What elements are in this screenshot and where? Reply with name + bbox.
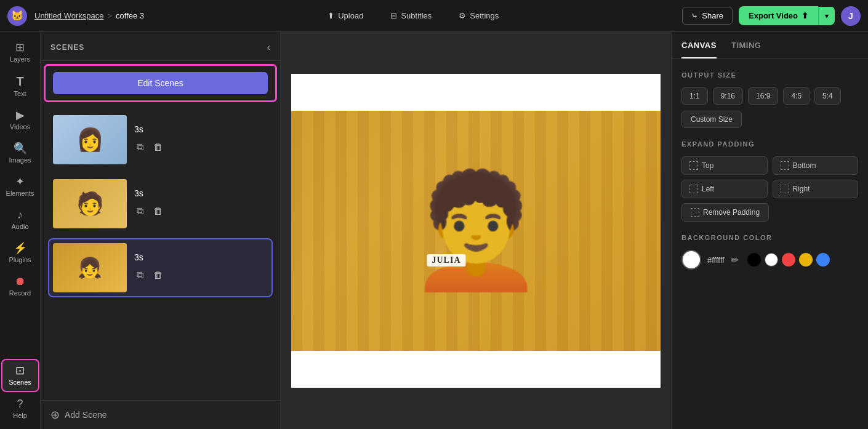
padding-right-button[interactable]: Right xyxy=(773,180,859,198)
upload-icon: ⬆ xyxy=(328,11,334,20)
scene-thumb-2: 🧑 xyxy=(53,179,127,228)
scene-info-1: 3s ⧉ 🗑 xyxy=(134,124,268,155)
videos-icon: ▶ xyxy=(16,110,25,121)
canvas-bottom-padding xyxy=(291,351,661,388)
add-scene-button[interactable]: ⊕ Add Scene xyxy=(41,400,280,429)
scenes-label: Scenes xyxy=(9,379,31,386)
swatch-white[interactable] xyxy=(765,253,778,267)
scene-item-1[interactable]: 👩 3s ⧉ 🗑 xyxy=(48,110,273,169)
custom-size-button[interactable]: Custom Size xyxy=(681,111,742,128)
scene-info-3: 3s ⧉ 🗑 xyxy=(134,252,268,283)
scene-1-delete-button[interactable]: 🗑 xyxy=(151,139,166,155)
scene-2-duration: 3s xyxy=(134,188,268,198)
padding-right-icon xyxy=(781,185,789,193)
scenes-icon: ⊡ xyxy=(15,365,25,376)
sidebar-item-layers[interactable]: ⊞ Layers xyxy=(2,37,38,68)
export-video-button[interactable]: Export Video ⬆ xyxy=(739,6,818,25)
color-picker-icon[interactable]: ✏ xyxy=(731,254,739,266)
right-content: OUTPUT SIZE 1:1 9:16 16:9 4:5 5:4 Custom… xyxy=(672,59,868,429)
size-5-4-button[interactable]: 5:4 xyxy=(814,87,841,105)
upload-label: Upload xyxy=(338,11,363,20)
sidebar-item-scenes[interactable]: ⊡ Scenes xyxy=(2,360,38,391)
canvas-top-padding xyxy=(291,74,661,111)
workspace-link[interactable]: Untitled Workspace xyxy=(34,11,103,20)
size-9-16-button[interactable]: 9:16 xyxy=(713,87,743,105)
padding-bottom-button[interactable]: Bottom xyxy=(773,156,859,175)
scene-1-copy-button[interactable]: ⧉ xyxy=(134,139,146,155)
padding-grid: Top Bottom Left Right xyxy=(681,156,858,198)
sidebar-item-help[interactable]: ? Help xyxy=(2,393,38,424)
remove-padding-button[interactable]: Remove Padding xyxy=(681,203,769,222)
breadcrumb: Untitled Workspace > coffee 3 xyxy=(34,11,144,20)
images-label: Images xyxy=(9,156,31,164)
app-logo: 🐱 xyxy=(7,6,27,26)
padding-left-label: Left xyxy=(702,185,714,193)
scene-item-2[interactable]: 🧑 3s ⧉ 🗑 xyxy=(48,174,273,233)
scene-thumb-1: 👩 xyxy=(53,115,127,164)
expand-padding-label: EXPAND PADDING xyxy=(681,140,858,148)
size-1-1-button[interactable]: 1:1 xyxy=(681,87,708,105)
settings-label: Settings xyxy=(470,11,499,20)
size-options: 1:1 9:16 16:9 4:5 5:4 xyxy=(681,87,858,105)
scenes-panel: SCENES ‹ Edit Scenes 👩 3s ⧉ 🗑 xyxy=(41,32,281,429)
layers-label: Layers xyxy=(10,55,30,63)
sidebar-item-elements[interactable]: ✦ Elements xyxy=(2,171,38,202)
scene-3-actions: ⧉ 🗑 xyxy=(134,267,268,283)
help-label: Help xyxy=(13,412,27,419)
elements-label: Elements xyxy=(6,190,34,197)
subtitles-button[interactable]: ⊟ Subtitles xyxy=(384,7,438,24)
share-button[interactable]: ⤷ Share xyxy=(682,7,733,25)
sidebar-item-record[interactable]: ⏺ Record xyxy=(2,271,38,302)
record-icon: ⏺ xyxy=(15,276,26,287)
output-size-label: OUTPUT SIZE xyxy=(681,71,858,79)
share-icon: ⤷ xyxy=(691,11,698,20)
scene-3-duration: 3s xyxy=(134,252,268,262)
swatch-yellow[interactable] xyxy=(799,253,813,267)
padding-top-icon xyxy=(689,161,698,170)
sidebar-item-audio[interactable]: ♪ Audio xyxy=(2,204,38,235)
padding-left-button[interactable]: Left xyxy=(681,180,768,198)
subtitles-icon: ⊟ xyxy=(390,11,397,20)
canvas-area: 🧑‍🦱 JULIA xyxy=(281,32,671,429)
plugins-label: Plugins xyxy=(9,256,31,263)
scene-2-delete-button[interactable]: 🗑 xyxy=(151,203,166,219)
scene-1-duration: 3s xyxy=(134,124,268,134)
layers-icon: ⊞ xyxy=(15,42,25,53)
settings-button[interactable]: ⚙ Settings xyxy=(452,7,505,24)
elements-icon: ✦ xyxy=(15,176,25,187)
text-icon: T xyxy=(16,75,23,87)
padding-left-icon xyxy=(689,185,698,193)
remove-padding-label: Remove Padding xyxy=(703,208,760,217)
sidebar-item-text[interactable]: T Text xyxy=(2,70,38,102)
share-label: Share xyxy=(702,11,723,20)
tab-canvas[interactable]: CANVAS xyxy=(681,32,717,58)
user-avatar[interactable]: J xyxy=(841,6,861,26)
scene-2-copy-button[interactable]: ⧉ xyxy=(134,203,146,219)
sidebar-item-videos[interactable]: ▶ Videos xyxy=(2,105,38,135)
swatch-black[interactable] xyxy=(747,253,761,267)
tab-timing[interactable]: TIMING xyxy=(731,32,762,58)
sidebar-item-plugins[interactable]: ⚡ Plugins xyxy=(2,238,38,268)
swatch-red[interactable] xyxy=(782,253,795,267)
scenes-collapse-button[interactable]: ‹ xyxy=(267,42,270,53)
record-label: Record xyxy=(9,289,31,297)
edit-scenes-button[interactable]: Edit Scenes xyxy=(53,72,268,94)
upload-button[interactable]: ⬆ Upload xyxy=(321,7,369,24)
settings-icon: ⚙ xyxy=(459,11,466,20)
scene-2-actions: ⧉ 🗑 xyxy=(134,203,268,219)
scene-3-copy-button[interactable]: ⧉ xyxy=(134,267,146,283)
bg-color-row: #ffffff ✏ xyxy=(681,250,858,270)
size-16-9-button[interactable]: 16:9 xyxy=(748,87,778,105)
export-dropdown-button[interactable]: ▾ xyxy=(818,7,835,25)
swatch-blue[interactable] xyxy=(816,253,830,267)
color-swatches xyxy=(747,253,830,267)
scene-item-3[interactable]: 👧 3s ⧉ 🗑 xyxy=(48,238,273,297)
scene-3-delete-button[interactable]: 🗑 xyxy=(151,267,166,283)
videos-label: Videos xyxy=(10,123,30,130)
padding-top-button[interactable]: Top xyxy=(681,156,768,175)
sidebar-item-images[interactable]: 🔍 Images xyxy=(2,138,38,169)
size-4-5-button[interactable]: 4:5 xyxy=(783,87,810,105)
padding-right-label: Right xyxy=(793,185,810,193)
audio-label: Audio xyxy=(11,223,28,230)
current-color-swatch[interactable] xyxy=(681,250,701,270)
